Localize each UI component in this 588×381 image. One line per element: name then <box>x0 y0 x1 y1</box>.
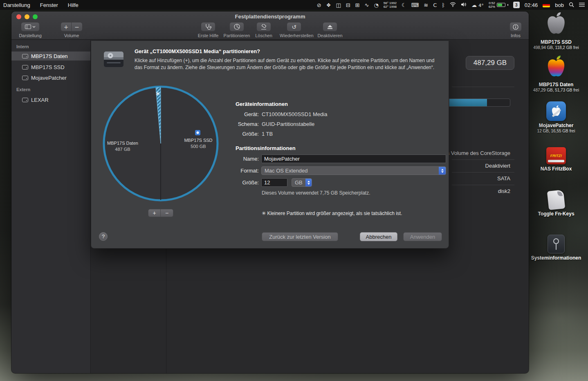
cancel-button[interactable]: Abbrechen <box>360 232 397 241</box>
add-volume-button[interactable]: + <box>61 22 72 31</box>
menu-fenster[interactable]: Fenster <box>40 2 58 8</box>
apple-volume-gray-icon <box>525 11 587 38</box>
name-input[interactable] <box>261 155 446 163</box>
battery-icon <box>497 3 505 7</box>
wifi-icon[interactable] <box>450 2 456 8</box>
desktop-icon-mbp17s-ssd[interactable]: MBP17S SSD 498,94 GB, 118,2 GB frei <box>525 11 587 50</box>
partition-button[interactable] <box>229 22 244 31</box>
wave-meter-icon[interactable]: ∿ <box>365 2 369 8</box>
restore-button[interactable]: ↺ <box>287 22 301 31</box>
volume-icon <box>22 65 28 69</box>
battery-time: 0:52 <box>489 1 495 5</box>
dialog-title: Gerät „CT1000MX500SSD1 Media“ partitioni… <box>135 48 260 54</box>
erase-button[interactable] <box>256 22 271 31</box>
sidebar-item-lexar[interactable]: LEXAR <box>11 95 90 104</box>
weather-temp: 4° <box>478 3 484 8</box>
apply-button[interactable]: Anwenden <box>403 232 442 241</box>
menubar-clock[interactable]: 02:46 <box>525 2 538 8</box>
partition-pie-chart: MBP17S Daten 487 GB MBP17S SSD 500 GB <box>101 84 220 204</box>
desktop-icon-systeminformationen[interactable]: Systeminformationen <box>525 235 587 261</box>
caffeine-icon[interactable]: C <box>433 2 437 8</box>
help-button[interactable]: ? <box>99 232 108 241</box>
asterisk-footnote: ✳ Kleinere Partition wird größer angezei… <box>262 211 402 216</box>
remove-volume-button[interactable]: − <box>72 22 83 31</box>
calendar-icon[interactable]: 3 <box>513 2 520 8</box>
pie-right-name[interactable]: MBP17S SSD <box>184 138 212 143</box>
display-icon[interactable]: ◫ <box>336 2 341 8</box>
grid-icon[interactable]: ⊞ <box>355 2 360 8</box>
divider <box>452 159 514 160</box>
desktop-icon-toggle-fn-keys[interactable]: Toggle Fn-Keys <box>525 190 587 217</box>
fritzbox-icon: FRITZ! <box>546 147 566 164</box>
spotlight-icon[interactable] <box>569 2 574 8</box>
schema-value: GUID-Partitionstabelle <box>262 121 314 127</box>
partition-add-remove: + − <box>148 209 173 217</box>
capacity-badge: 487,29 GB <box>466 56 514 70</box>
bluetooth-icon[interactable]: ᛒ <box>442 2 445 8</box>
notification-center-icon[interactable] <box>579 2 585 8</box>
erase-label: Löschen <box>249 33 278 38</box>
menu-hilfe[interactable]: Hilfe <box>68 2 79 8</box>
weather-icon[interactable]: ☁ 4° <box>471 2 484 8</box>
size-info-label: Größe: <box>226 131 259 137</box>
status-bar: ⊘ ❖ ◫ ⊟ ⊞ ∿ ◔ 56° 1992 62° 1998 ☾ ⌨ ≋ C … <box>317 1 585 9</box>
pie-left-name[interactable]: MBP17S Daten <box>107 141 138 146</box>
format-select[interactable]: Mac OS Extended <box>261 166 446 175</box>
detail-row-status: Deaktiviert <box>485 163 510 169</box>
size-unit-select[interactable]: GB <box>292 178 312 187</box>
moon-icon[interactable]: ☾ <box>402 2 406 8</box>
toolbar-erase-group: Löschen <box>249 22 278 38</box>
remove-partition-button[interactable]: − <box>161 209 173 217</box>
script-icon <box>547 190 566 210</box>
signal-icon[interactable]: ≋ <box>424 2 428 8</box>
sidebar-item-mojavepatcher[interactable]: MojavePatcher <box>11 73 90 82</box>
temperature-readout[interactable]: 56° 1992 62° 1998 <box>384 1 397 9</box>
mojave-patcher-icon <box>546 101 566 121</box>
divider <box>452 172 514 173</box>
info-button[interactable] <box>509 22 522 31</box>
sidebar-item-mbp17s-ssd[interactable]: MBP17S SSD <box>11 63 90 72</box>
sidebar-item-label: MBP17S Daten <box>31 53 68 59</box>
volume-label: Volume <box>60 33 83 38</box>
pie-left-size: 487 GB <box>115 147 130 152</box>
desktop-icon-label: MojavePatcher <box>525 123 587 128</box>
device-label: Gerät: <box>226 111 259 117</box>
keyboard-icon[interactable]: ⌨ <box>411 2 419 8</box>
menu-darstellung[interactable]: Darstellung <box>3 2 30 8</box>
revert-button[interactable]: Zurück zur letzten Version <box>262 232 338 241</box>
first-aid-button[interactable] <box>201 22 215 31</box>
view-label: Darstellung <box>18 33 43 38</box>
panel-icon[interactable]: ⊟ <box>346 2 350 8</box>
schema-label: Schema: <box>226 121 259 127</box>
toolbar-restore-group: ↺ Wiederherstellen <box>280 22 308 38</box>
sidebar-item-label: LEXAR <box>31 97 49 103</box>
view-button[interactable] <box>21 22 40 31</box>
add-partition-button[interactable]: + <box>148 209 161 217</box>
first-aid-label: Erste Hilfe <box>194 33 222 38</box>
size-info-value: 1 TB <box>262 131 273 137</box>
desktop-icon-info: 498,94 GB, 118,2 GB frei <box>525 45 587 50</box>
volume-icon[interactable] <box>461 2 467 8</box>
unmount-button[interactable] <box>323 22 337 31</box>
temp-line-1: 56° 1992 <box>384 1 397 5</box>
keyboard-flag-de-icon[interactable] <box>543 3 550 7</box>
desktop-icon-label: Systeminformationen <box>525 255 587 261</box>
sidebar-item-label: MojavePatcher <box>31 75 67 81</box>
desktop-icon-mbp17s-daten[interactable]: MBP17S Daten 487,29 GB, 51,73 GB frei <box>525 55 587 92</box>
battery-indicator[interactable]: 0:52 62% <box>489 1 508 9</box>
size-input[interactable] <box>261 178 287 187</box>
desktop-icon-mojavepatcher[interactable]: MojavePatcher 12 GB, 16,55 GB frei <box>525 101 587 133</box>
dropbox-icon[interactable]: ❖ <box>326 2 331 8</box>
menu-items: Darstellung Fenster Hilfe <box>3 2 79 8</box>
desktop-icon-nas-fritzbox[interactable]: FRITZ! NAS FritzBox <box>525 147 587 172</box>
partition-dialog: Gerät „CT1000MX500SSD1 Media“ partitioni… <box>91 41 449 249</box>
prohibited-icon[interactable]: ⊘ <box>317 2 321 8</box>
toolbar-partition-group: Partitionieren <box>222 22 251 38</box>
pie-meter-icon[interactable]: ◔ <box>374 2 378 8</box>
window-title: Festplattendienstprogramm <box>11 13 529 20</box>
detail-row-connection: SATA <box>497 175 510 182</box>
user-name[interactable]: bob <box>555 2 564 8</box>
sidebar-item-mbp17s-daten[interactable]: MBP17S Daten <box>11 52 90 61</box>
desktop-icon-label: NAS FritzBox <box>525 166 587 172</box>
pie-right-size: 500 GB <box>191 144 206 149</box>
